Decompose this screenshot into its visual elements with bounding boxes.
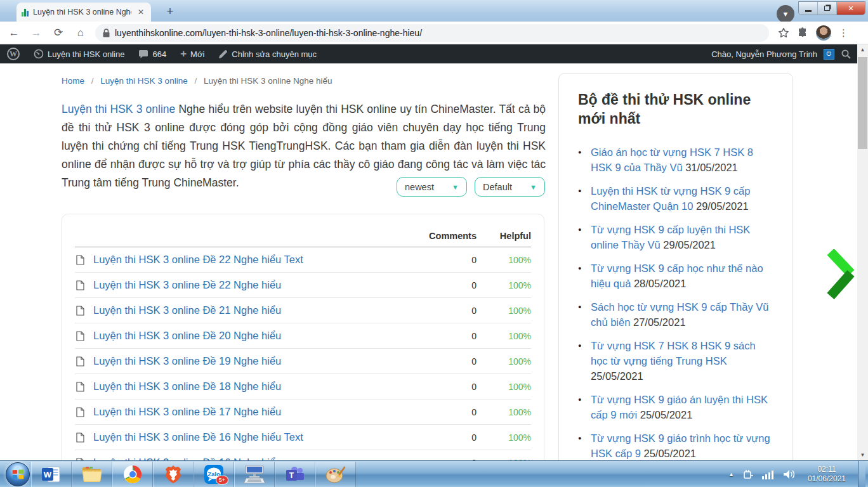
browser-scrollbar[interactable]: ▲ ▼ <box>857 44 868 460</box>
chrome-icon <box>123 465 142 484</box>
browser-tab[interactable]: Luyện thi HSK 3 online Nghe hiể ✕ <box>16 3 151 22</box>
close-button[interactable]: ✕ <box>837 2 865 15</box>
user-avatar[interactable]: ⏻ <box>824 49 834 60</box>
next-arrow-icon[interactable] <box>827 249 856 300</box>
power-plug-icon[interactable] <box>742 469 754 480</box>
sidebar-list-item: Từ vựng HSK 9 giáo trình học từ vựng HSK… <box>578 431 775 461</box>
extensions-puzzle-icon[interactable] <box>797 27 808 39</box>
chevron-down-icon: ▼ <box>530 183 537 191</box>
scrollbar-thumb[interactable] <box>858 57 867 149</box>
post-date: 25/05/2021 <box>637 409 692 420</box>
post-link[interactable]: Luyện thi HSK 3 online Đề 21 Nghe hiểu <box>93 304 418 316</box>
sidebar-post-list: Giáo án học từ vựng HSK 7 HSK 8 HSK 9 củ… <box>578 145 775 487</box>
sidebar-post-link[interactable]: Từ vựng HSK 7 HSK 8 HSK 9 sách học từ vự… <box>591 340 756 367</box>
greeting-label[interactable]: Chào, Nguyễn Phương Trinh <box>711 49 817 59</box>
intro-category-link[interactable]: Luyện thi HSK 3 online <box>62 103 175 115</box>
remote-desktop-icon <box>244 465 265 483</box>
comments-count: 664 <box>152 49 166 59</box>
post-link[interactable]: Luyện thi HSK 3 online Đề 16 Nghe hiểu T… <box>93 431 418 443</box>
helpful-percent: 100% <box>477 306 531 316</box>
breadcrumb-category-link[interactable]: Luyện thi HSK 3 online <box>100 76 187 86</box>
post-link[interactable]: Luyện thi HSK 3 online Đề 20 Nghe hiểu <box>93 330 418 342</box>
post-link[interactable]: Luyện thi HSK 3 online Đề 19 Nghe hiểu <box>93 355 418 367</box>
home-icon[interactable]: ⌂ <box>72 25 89 41</box>
show-desktop-button[interactable] <box>858 461 865 487</box>
taskbar-chrome-button[interactable] <box>112 462 153 487</box>
helpful-percent: 100% <box>477 407 531 417</box>
edit-category-menu[interactable]: Chỉnh sửa chuyên mục <box>211 44 324 63</box>
taskbar-remote-desktop-button[interactable] <box>234 462 275 487</box>
scroll-down-icon[interactable]: ▼ <box>857 450 868 460</box>
comments-menu[interactable]: 664 <box>131 44 173 63</box>
profile-avatar[interactable] <box>816 25 831 41</box>
comments-count: 0 <box>418 280 477 290</box>
tray-expand-icon[interactable]: ▲ <box>728 471 734 477</box>
post-list-card: Comments Helpful Luyện thi HSK 3 online … <box>62 214 544 487</box>
maximize-button[interactable] <box>818 2 837 15</box>
table-row: Luyện thi HSK 3 online Đề 22 Nghe hiểu T… <box>75 247 531 273</box>
browser-menu-icon[interactable]: ⋮ <box>839 27 848 39</box>
comments-count: 0 <box>418 356 477 367</box>
network-signal-icon[interactable] <box>762 469 775 479</box>
site-name-menu[interactable]: Luyện thi HSK online <box>27 44 131 63</box>
document-icon <box>76 407 84 417</box>
sort-value: newest <box>405 182 434 192</box>
search-icon[interactable] <box>841 49 852 60</box>
bookmark-star-icon[interactable] <box>778 27 789 39</box>
document-icon <box>76 331 84 341</box>
wordpress-logo-icon: W <box>7 48 20 60</box>
tab-search-button[interactable]: ▼ <box>777 5 794 23</box>
reload-icon[interactable]: ⟳ <box>50 25 67 41</box>
taskbar-zalo-button[interactable]: Zalo 5+ <box>194 462 234 487</box>
post-link[interactable]: Luyện thi HSK 3 online Đề 18 Nghe hiểu <box>93 380 418 393</box>
url-bar[interactable]: luyenthihskonline.com/luyen-thi-hsk-3-on… <box>95 24 769 42</box>
table-row: Luyện thi HSK 3 online Đề 22 Nghe hiểu 0… <box>75 273 531 298</box>
system-tray: ▲ 02:11 01/06/2021 <box>728 461 868 487</box>
sort-select[interactable]: newest ▼ <box>397 177 467 197</box>
post-link[interactable]: Luyện thi HSK 3 online Đề 22 Nghe hiểu T… <box>93 254 418 266</box>
taskbar-brave-button[interactable] <box>153 462 194 487</box>
volume-icon[interactable] <box>783 469 796 479</box>
document-icon <box>76 280 84 290</box>
tab-close-icon[interactable]: ✕ <box>136 7 146 17</box>
word-icon: W <box>42 465 61 483</box>
post-link[interactable]: Luyện thi HSK 3 online Đề 17 Nghe hiểu <box>93 406 418 418</box>
breadcrumb-current: Luyện thi HSK 3 online Nghe hiểu <box>204 76 332 86</box>
table-header: Comments Helpful <box>75 224 531 247</box>
comments-count: 0 <box>418 407 477 417</box>
lock-icon <box>103 29 110 37</box>
helpful-percent: 100% <box>477 382 531 392</box>
start-button[interactable] <box>4 462 31 487</box>
my-sites-icon <box>34 49 44 59</box>
forward-icon[interactable]: → <box>28 25 44 41</box>
new-tab-button[interactable]: + <box>162 4 178 20</box>
new-content-menu[interactable]: + Mới <box>173 44 211 63</box>
comments-count: 0 <box>418 255 477 265</box>
taskbar-file-explorer-button[interactable] <box>72 462 112 487</box>
filter-select[interactable]: Default ▼ <box>475 177 545 197</box>
post-link[interactable]: Luyện thi HSK 3 online Đề 22 Nghe hiểu <box>93 279 418 291</box>
sidebar-list-item: Từ vựng HSK 9 cấp học như thế nào hiệu q… <box>578 261 775 291</box>
scroll-up-icon[interactable]: ▲ <box>857 44 868 55</box>
taskbar-teams-button[interactable]: T <box>275 462 315 487</box>
taskbar-paint-button[interactable] <box>315 462 356 487</box>
wp-admin-bar: W Luyện thi HSK online 664 + Mới Chỉnh s… <box>0 44 868 63</box>
windows-taskbar: W Zalo 5+ <box>0 460 868 487</box>
taskbar-clock[interactable]: 02:11 01/06/2021 <box>808 465 846 484</box>
table-row: Luyện thi HSK 3 online Đề 16 Nghe hiểu T… <box>75 425 531 450</box>
taskbar-word-button[interactable]: W <box>31 462 72 487</box>
page-content: Home / Luyện thi HSK 3 online / Luyện th… <box>0 63 857 487</box>
zalo-notification-badge: 5+ <box>216 476 228 484</box>
minimize-button[interactable] <box>799 2 818 15</box>
wp-logo-menu[interactable]: W <box>0 44 27 63</box>
chevron-down-icon: ▼ <box>452 183 459 191</box>
paint-icon <box>326 465 346 484</box>
teams-icon: T <box>286 465 305 483</box>
file-explorer-icon <box>82 466 102 483</box>
breadcrumb-home-link[interactable]: Home <box>62 76 84 86</box>
browser-titlebar: Luyện thi HSK 3 online Nghe hiể ✕ + ▼ ✕ <box>0 0 868 22</box>
sidebar-list-item: Sách học từ vựng HSK 9 cấp Thầy Vũ chủ b… <box>578 299 775 330</box>
clock-date: 01/06/2021 <box>808 474 846 484</box>
browser-addressbar: ← → ⟳ ⌂ luyenthihskonline.com/luyen-thi-… <box>0 22 868 44</box>
back-icon[interactable]: ← <box>6 25 22 41</box>
